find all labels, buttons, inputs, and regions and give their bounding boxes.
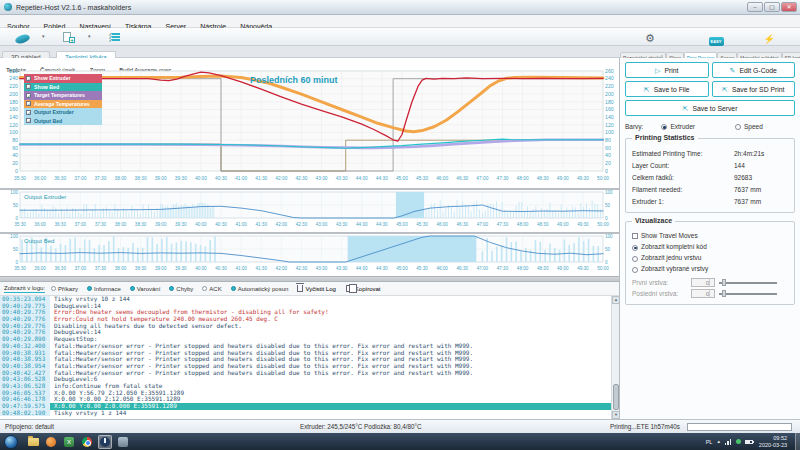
- radio-show-complete-code[interactable]: Zobrazit kompletní kód: [632, 241, 788, 252]
- svg-text:47:30: 47:30: [496, 176, 508, 181]
- taskbar-clock[interactable]: 09:522020-03-23: [759, 435, 787, 448]
- maximize-button[interactable]: ▢: [764, 2, 780, 12]
- svg-text:45:00: 45:00: [396, 266, 408, 271]
- svg-text:Output Extruder: Output Extruder: [24, 194, 66, 200]
- svg-text:37:00: 37:00: [74, 176, 86, 181]
- colors-label: Barvy:: [625, 123, 643, 130]
- easy-mode-icon: EASY: [709, 37, 724, 46]
- legend-item-2[interactable]: ✓Target Temperatures: [24, 91, 102, 100]
- legend-item-1[interactable]: ✓Show Bed: [24, 83, 102, 92]
- copy-log-button[interactable]: Kopírovat: [346, 285, 381, 292]
- stat-value: 92683: [734, 174, 752, 181]
- last-layer-slider[interactable]: [719, 289, 777, 298]
- legend-checkbox-icon[interactable]: ✓: [26, 84, 31, 89]
- output-bed-chart-svg[interactable]: 35:3036:0036:3037:0037:3038:0038:3039:00…: [0, 234, 619, 276]
- log-filter-0[interactable]: Příkazy: [51, 286, 78, 292]
- legend-checkbox-icon[interactable]: ✓: [26, 101, 31, 106]
- svg-text:46:30: 46:30: [456, 176, 468, 181]
- svg-text:160: 160: [9, 106, 18, 112]
- last-layer-spinner[interactable]: 0: [691, 289, 715, 298]
- svg-text:39:30: 39:30: [175, 176, 187, 181]
- copy-icon: [346, 285, 352, 292]
- log-row[interactable]: 09:48:02.190Tisky vrstvy 1 z 144: [0, 410, 619, 417]
- save-to-file-button[interactable]: ⇱ Save to File: [625, 81, 709, 97]
- legend-item-4[interactable]: ✓Output Extruder: [24, 108, 102, 117]
- log-filter-3[interactable]: Chyby: [169, 286, 193, 292]
- load-dropdown-arrow[interactable]: ▾: [88, 33, 91, 39]
- hidden-icons-chevron[interactable]: ▲: [716, 439, 720, 444]
- log-filter-4[interactable]: ACK: [202, 286, 221, 292]
- log-filter-5[interactable]: Automatický posun: [231, 286, 289, 292]
- radio-show-layer-range[interactable]: Zobrazit vybrané vrstvy: [632, 263, 788, 274]
- svg-text:38:30: 38:30: [135, 222, 147, 227]
- log-filter-2[interactable]: Varování: [130, 286, 161, 292]
- stat-label: Extruder 1:: [632, 198, 734, 205]
- battery-icon[interactable]: [745, 440, 753, 444]
- disconnect-dropdown-arrow[interactable]: ▾: [42, 33, 45, 39]
- minimize-button[interactable]: –: [747, 2, 763, 12]
- svg-text:38:30: 38:30: [135, 176, 147, 181]
- legend-checkbox-icon[interactable]: ✓: [26, 76, 31, 81]
- svg-text:0: 0: [15, 260, 18, 265]
- svg-text:160: 160: [605, 106, 614, 112]
- stat-row-0: Estimated Printing Time:2h:4m:21s: [632, 147, 788, 159]
- log-filter-1[interactable]: Informace: [87, 286, 121, 292]
- play-icon: ▷: [655, 67, 660, 74]
- svg-text:47:30: 47:30: [497, 266, 509, 271]
- legend-label: Output Bed: [34, 118, 62, 124]
- svg-text:60: 60: [605, 145, 611, 151]
- start-button[interactable]: [4, 435, 18, 449]
- titlebar[interactable]: Repetier-Host V2.1.6 - maskaholders – ▢ …: [0, 0, 800, 15]
- radio-show-single-layer[interactable]: Zobrazit jednu vrstvu: [632, 252, 788, 263]
- temperature-chart-panel: TeplotaČasový úsekZoomBuild Average over…: [0, 58, 619, 276]
- radio-extruder[interactable]: Extruder: [661, 123, 695, 130]
- svg-text:37:30: 37:30: [95, 266, 107, 271]
- legend-checkbox-icon[interactable]: ✓: [26, 93, 31, 98]
- radio-speed[interactable]: Speed: [735, 123, 763, 130]
- svg-text:37:30: 37:30: [95, 222, 107, 227]
- taskbar-green-app-icon[interactable]: X: [62, 435, 76, 449]
- svg-text:260: 260: [9, 68, 18, 74]
- close-button[interactable]: ✕: [781, 2, 797, 12]
- show-travel-moves-checkbox[interactable]: Show Travel Moves: [632, 230, 788, 241]
- taskbar-chrome-icon[interactable]: [80, 435, 94, 449]
- taskbar-orange-app-icon[interactable]: [44, 435, 58, 449]
- svg-text:47:30: 47:30: [497, 222, 509, 227]
- print-button[interactable]: ▷ Print: [625, 62, 709, 78]
- network-icon[interactable]: [725, 439, 732, 445]
- taskbar-folder-icon[interactable]: [26, 435, 40, 449]
- svg-text:0: 0: [605, 216, 608, 221]
- antivirus-icon[interactable]: [736, 439, 741, 444]
- output-extruder-chart-svg[interactable]: 35:3036:0036:3037:0037:3038:0038:3039:00…: [0, 190, 619, 232]
- log-message: X:0.00 Y:0.00 Z:0.000 E:35591.1289: [50, 403, 619, 410]
- svg-text:50:00: 50:00: [597, 222, 609, 227]
- svg-text:39:00: 39:00: [155, 222, 167, 227]
- log-icon: ✓✓✓: [109, 32, 120, 42]
- legend-checkbox-icon[interactable]: ✓: [26, 118, 31, 123]
- toolbar: Odpojit ▾ + Nahrát ▾ ✓✓✓ Log ⚙ Nastavení…: [0, 28, 800, 46]
- taskbar-repetier-host-icon[interactable]: [98, 435, 112, 449]
- save-to-server-button[interactable]: ⇱ Save to Server: [625, 100, 795, 116]
- log-scrollbar[interactable]: ▲ ▼: [611, 296, 619, 419]
- save-for-sd-button[interactable]: ⇱ Save for SD Print: [712, 81, 796, 97]
- svg-text:41:30: 41:30: [255, 266, 267, 271]
- legend-item-3[interactable]: ✓Average Temperatures: [24, 100, 102, 109]
- legend-item-5[interactable]: ✓Output Bed: [24, 117, 102, 126]
- temperature-status: Extruder: 245,5/245°C Podložka: 80,4/80°…: [300, 423, 422, 430]
- svg-text:0: 0: [605, 260, 608, 265]
- legend-item-0[interactable]: ✓Show Extruder: [24, 74, 102, 83]
- show-desktop-button[interactable]: [795, 433, 800, 450]
- edit-gcode-button[interactable]: ✎ Edit G-Code: [712, 62, 796, 78]
- first-layer-slider[interactable]: [719, 278, 777, 287]
- stat-label: Celkem řádků:: [632, 174, 734, 181]
- clear-log-button[interactable]: Vyčistit Log: [297, 285, 335, 292]
- language-indicator[interactable]: PL: [706, 439, 713, 445]
- svg-text:36:00: 36:00: [34, 176, 46, 181]
- first-layer-spinner[interactable]: 0: [691, 278, 715, 287]
- taskbar-gray-app-icon[interactable]: [116, 435, 130, 449]
- svg-text:50: 50: [605, 203, 611, 208]
- svg-text:100: 100: [10, 234, 18, 239]
- log-message: Tisky vrstvy 1 z 144: [50, 410, 126, 417]
- log-list[interactable]: 09:35:23.094Tisky vrstvy 10 z 14409:40:2…: [0, 296, 619, 419]
- legend-checkbox-icon[interactable]: ✓: [26, 110, 31, 115]
